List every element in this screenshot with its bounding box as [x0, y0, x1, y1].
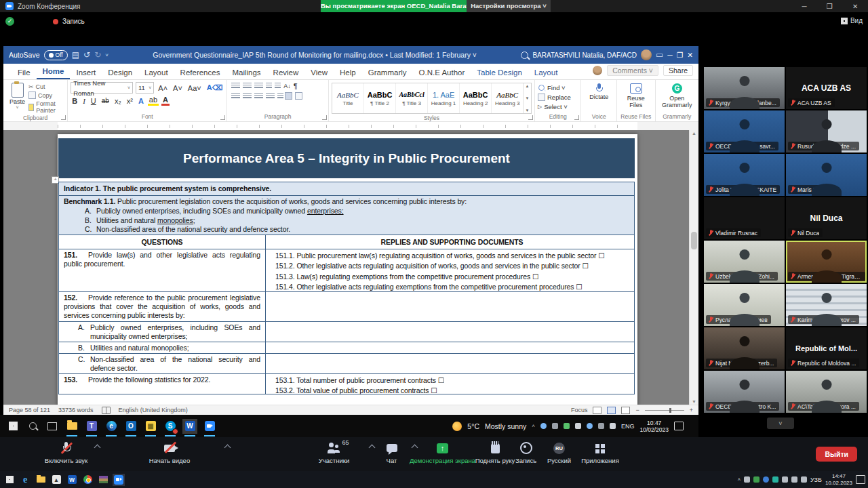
- participant-tile-kyrgyzstan[interactable]: Kyrgyzstan - Arslanbe...: [704, 67, 785, 109]
- cut-button[interactable]: ✂Cut: [28, 83, 64, 90]
- tray-icon-bluetooth[interactable]: [782, 476, 788, 483]
- proofing-icon[interactable]: [102, 407, 111, 414]
- participant-tile-jolita[interactable]: Jolita VASILIAUSKAITE: [704, 154, 785, 196]
- participant-tile-moldova[interactable]: Republic of Mol... Republic of Moldova .…: [786, 327, 867, 369]
- benchmark-row[interactable]: Benchmark 1.1. Public procurement legisl…: [58, 196, 635, 235]
- document-page[interactable]: Performance Area 5 – Integrity in Public…: [58, 134, 637, 405]
- underline-button[interactable]: U: [90, 97, 98, 105]
- action-center-icon[interactable]: [674, 422, 684, 430]
- view-button[interactable]: Вид: [841, 17, 863, 24]
- edge-button[interactable]: e: [104, 419, 119, 434]
- tray-icon-display[interactable]: [598, 423, 604, 429]
- tab-table-layout[interactable]: Layout: [528, 66, 564, 79]
- clear-formatting-button[interactable]: A⌫: [205, 83, 224, 92]
- word-minimize-button[interactable]: ─: [667, 51, 672, 59]
- record-button[interactable]: Запись: [507, 441, 545, 464]
- zoom-slider-thumb[interactable]: [669, 408, 671, 413]
- find-button[interactable]: Find ˅: [538, 84, 571, 92]
- styles-dialog-launcher[interactable]: [528, 115, 533, 120]
- autosave-toggle[interactable]: Off: [44, 50, 68, 60]
- tab-help[interactable]: Help: [334, 66, 362, 79]
- outlook-button[interactable]: O: [123, 419, 138, 434]
- focus-mode-button[interactable]: Focus: [571, 407, 588, 413]
- start-button[interactable]: [5, 419, 20, 434]
- scroll-up-icon[interactable]: ▲: [690, 131, 698, 136]
- unmute-button[interactable]: Включить звук: [31, 441, 102, 464]
- tray-icon-onedrive[interactable]: [587, 423, 593, 429]
- subrow-152c[interactable]: C.Non-classified area of the national se…: [58, 354, 635, 374]
- host-start-button[interactable]: [3, 474, 16, 486]
- tab-table-design[interactable]: Table Design: [471, 66, 528, 79]
- word-restore-button[interactable]: ❐: [677, 51, 683, 59]
- host-word-button[interactable]: W: [66, 474, 78, 486]
- host-clock[interactable]: 14:4710.02.2023: [825, 473, 852, 486]
- bullets-icon[interactable]: [231, 83, 240, 89]
- participant-tile-maris[interactable]: Maris Urbans: [786, 154, 867, 196]
- host-zoom-button[interactable]: [113, 474, 125, 486]
- tray-icon-app2[interactable]: [772, 476, 778, 483]
- search-icon[interactable]: [521, 52, 528, 59]
- tray-icon-cloud[interactable]: [540, 423, 547, 429]
- tab-mailings[interactable]: Mailings: [226, 66, 267, 79]
- file-explorer-button[interactable]: [64, 419, 79, 434]
- participant-tile-dmytro[interactable]: OECD ACN Dmytro K...: [704, 371, 785, 413]
- weather-desc[interactable]: Mostly sunny: [485, 422, 526, 430]
- participant-tile-nil-duca[interactable]: Nil Duca Nil Duca: [786, 197, 867, 239]
- question-row-152[interactable]: 152.Provide reference to the public proc…: [58, 292, 635, 322]
- participant-tile-tajikistan[interactable]: AC\Tajikistan\Nigora ...: [786, 371, 867, 413]
- question-row-153[interactable]: 153.Provide the following statistics for…: [58, 374, 635, 394]
- align-right-icon[interactable]: [254, 93, 263, 100]
- vertical-scrollbar[interactable]: ▲ ▼: [689, 130, 698, 405]
- view-settings-button[interactable]: Настройки просмотра ˅: [467, 0, 551, 12]
- tab-references[interactable]: References: [174, 66, 226, 79]
- tab-view[interactable]: View: [304, 66, 334, 79]
- participant-tile-ruslan[interactable]: Руслан Кубаталиев: [704, 284, 785, 326]
- grow-font-button[interactable]: A˄: [157, 84, 169, 92]
- account-avatar[interactable]: [641, 49, 652, 60]
- copy-button[interactable]: Copy: [28, 92, 64, 99]
- save-icon[interactable]: ▤: [72, 50, 79, 60]
- zoom-out-button[interactable]: −: [635, 407, 639, 413]
- editing-dialog-launcher[interactable]: [574, 115, 579, 120]
- weather-icon[interactable]: [452, 422, 462, 431]
- subscript-button[interactable]: x₂: [113, 97, 123, 105]
- justify-icon[interactable]: [266, 93, 275, 100]
- shading-icon[interactable]: [285, 92, 292, 100]
- align-center-icon[interactable]: [243, 93, 252, 100]
- tab-home[interactable]: Home: [37, 65, 71, 79]
- subrow-152b[interactable]: B.Utilities and natural monopolies;: [58, 342, 635, 354]
- decrease-indent-icon[interactable]: [266, 83, 272, 89]
- tray-icon-antivirus[interactable]: [753, 476, 760, 483]
- start-video-button[interactable]: Начать видео: [132, 441, 207, 464]
- line-spacing-icon[interactable]: [277, 93, 283, 100]
- font-name-select[interactable]: Times New Roman˅: [71, 82, 133, 94]
- ribbon-display-icon[interactable]: ▭: [656, 50, 663, 60]
- tray-icon-volume[interactable]: [801, 476, 807, 483]
- host-action-center-icon[interactable]: [856, 475, 865, 484]
- participant-tile-armenia-active-speaker[interactable]: Armenia-Hasmik Tigrany...: [786, 241, 867, 283]
- format-painter-button[interactable]: Format Painter: [28, 100, 64, 114]
- open-grammarly-button[interactable]: G Open Grammarly: [658, 82, 696, 110]
- tab-one-author[interactable]: O.N.E Author: [413, 66, 471, 79]
- zoom-in-button[interactable]: +: [690, 407, 693, 413]
- host-chrome-button[interactable]: [81, 474, 94, 486]
- participants-caret[interactable]: [369, 445, 376, 451]
- style-title[interactable]: AaBbCTitle: [332, 83, 364, 113]
- tab-grammarly[interactable]: Grammarly: [362, 66, 413, 79]
- numbering-icon[interactable]: [243, 83, 252, 89]
- tray-icon-mic[interactable]: [744, 476, 750, 483]
- teams-button[interactable]: T: [84, 419, 99, 434]
- tab-review[interactable]: Review: [267, 66, 305, 79]
- increase-indent-icon[interactable]: [275, 83, 281, 89]
- tab-file[interactable]: File: [12, 66, 37, 79]
- interpretation-button[interactable]: RU Русский: [540, 441, 578, 464]
- host-keyboard-language[interactable]: УЗБ: [810, 476, 822, 483]
- leave-meeting-button[interactable]: Выйти: [816, 447, 857, 462]
- skype-button[interactable]: S: [163, 419, 178, 434]
- participant-tile-nijat[interactable]: Nijat Naghiyev/Azerb...: [704, 327, 785, 369]
- host-explorer-button[interactable]: [35, 474, 47, 486]
- close-button[interactable]: ✕: [852, 3, 858, 10]
- video-options-caret[interactable]: [224, 445, 231, 451]
- dictate-button[interactable]: Dictate: [587, 82, 611, 102]
- strikethrough-button[interactable]: ab: [100, 97, 111, 104]
